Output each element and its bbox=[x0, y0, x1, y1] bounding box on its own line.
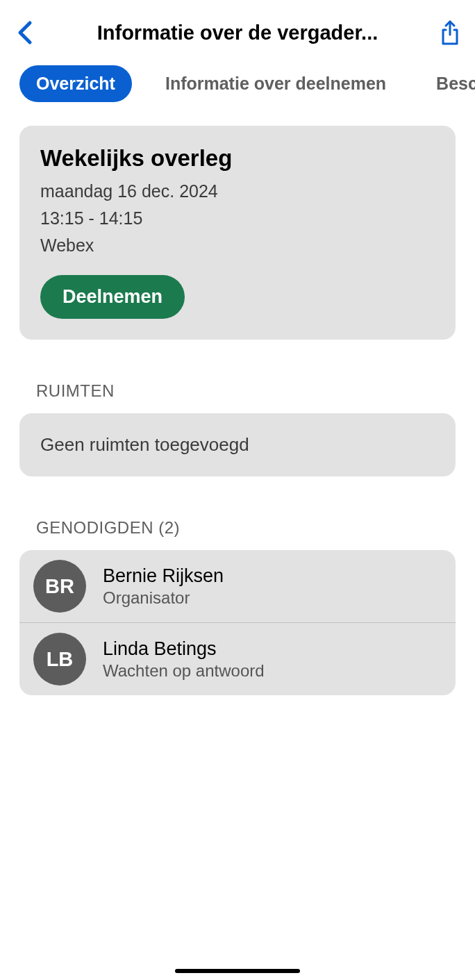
share-icon bbox=[440, 19, 460, 46]
invitee-role: Organisator bbox=[103, 588, 224, 608]
tab-informatie-deelnemen[interactable]: Informatie over deelnemen bbox=[149, 65, 403, 102]
meeting-time: 13:15 - 14:15 bbox=[40, 208, 435, 229]
invitee-text: Linda Betings Wachten op antwoord bbox=[103, 638, 265, 681]
invitee-name: Bernie Rijksen bbox=[103, 565, 224, 587]
rooms-section: RUIMTEN Geen ruimten toegevoegd bbox=[19, 381, 456, 476]
invitee-row[interactable]: LB Linda Betings Wachten op antwoord bbox=[19, 622, 456, 695]
tabs-bar: Overzicht Informatie over deelnemen Besc… bbox=[0, 58, 475, 109]
header-bar: Informatie over de vergader... bbox=[0, 0, 475, 58]
meeting-title: Wekelijks overleg bbox=[40, 145, 435, 172]
home-indicator[interactable] bbox=[175, 969, 300, 973]
join-button[interactable]: Deelnemen bbox=[40, 275, 185, 319]
page-title: Informatie over de vergader... bbox=[39, 22, 436, 44]
tab-overzicht[interactable]: Overzicht bbox=[19, 65, 132, 102]
chevron-left-icon bbox=[17, 20, 33, 45]
tab-beschrijving[interactable]: Besch bbox=[419, 65, 475, 102]
meeting-platform: Webex bbox=[40, 235, 435, 256]
invitee-row[interactable]: BR Bernie Rijksen Organisator bbox=[19, 550, 456, 622]
avatar: LB bbox=[33, 633, 86, 686]
invitees-header: GENODIGDEN (2) bbox=[36, 518, 456, 538]
content-area: Wekelijks overleg maandag 16 dec. 2024 1… bbox=[0, 109, 475, 712]
back-button[interactable] bbox=[11, 19, 39, 47]
invitees-section: GENODIGDEN (2) BR Bernie Rijksen Organis… bbox=[19, 518, 456, 695]
share-button[interactable] bbox=[436, 19, 464, 47]
invitee-text: Bernie Rijksen Organisator bbox=[103, 565, 224, 608]
meeting-card: Wekelijks overleg maandag 16 dec. 2024 1… bbox=[19, 126, 456, 340]
rooms-header: RUIMTEN bbox=[36, 381, 456, 401]
invitees-list: BR Bernie Rijksen Organisator LB Linda B… bbox=[19, 550, 456, 695]
rooms-empty: Geen ruimten toegevoegd bbox=[19, 413, 456, 476]
invitee-name: Linda Betings bbox=[103, 638, 265, 660]
invitee-role: Wachten op antwoord bbox=[103, 661, 265, 681]
avatar: BR bbox=[33, 560, 86, 613]
meeting-date: maandag 16 dec. 2024 bbox=[40, 181, 435, 201]
